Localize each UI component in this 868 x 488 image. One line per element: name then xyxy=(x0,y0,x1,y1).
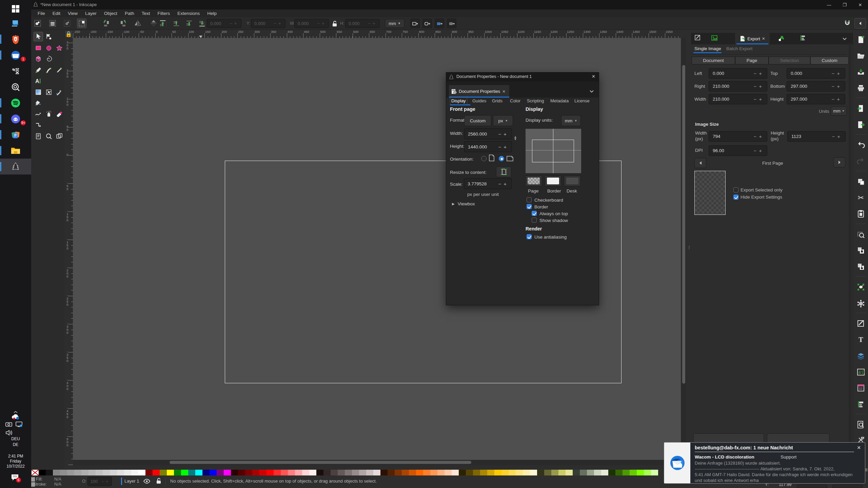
layer-lock-icon[interactable] xyxy=(156,477,161,485)
palette-swatch[interactable] xyxy=(160,470,167,475)
tool-gradient[interactable] xyxy=(34,87,43,97)
height-spinbox[interactable]: 1440.000−+ xyxy=(464,141,512,152)
palette-swatch[interactable] xyxy=(594,470,601,475)
palette-swatch[interactable] xyxy=(523,470,530,475)
taskbar-app-thunderbird[interactable]: 1 xyxy=(0,47,31,63)
wh-swap-icon[interactable]: ▲▼ xyxy=(514,136,517,140)
layer-visibility-icon[interactable] xyxy=(143,478,151,486)
palette-swatch[interactable] xyxy=(551,470,558,475)
cmd-object-unlock-button[interactable] xyxy=(856,262,865,271)
color-button-desk[interactable] xyxy=(564,176,581,186)
snap-toggle-icon[interactable]: % xyxy=(843,19,851,27)
palette-swatch[interactable] xyxy=(32,470,39,475)
cmd-text-dialog-button[interactable]: T xyxy=(856,336,865,344)
palette-swatch[interactable] xyxy=(238,470,245,475)
export-right-field[interactable]: 210.000−+ xyxy=(709,81,767,92)
toolbar-rot-ccw-button[interactable] xyxy=(103,19,111,27)
taskbar-app-discord[interactable]: 9+ xyxy=(0,111,31,127)
taskbar-app-folder[interactable] xyxy=(0,143,31,159)
border-checkbox[interactable] xyxy=(527,204,532,209)
toolbar-rot-cw-button[interactable] xyxy=(119,19,127,27)
tool-node[interactable] xyxy=(44,32,54,41)
palette-swatch[interactable] xyxy=(544,470,551,475)
vertical-ruler[interactable]: 200150100500-50-100-150-200-250-300-350-… xyxy=(64,30,73,465)
tool-zoom-tool[interactable] xyxy=(44,131,54,141)
palette-swatch[interactable] xyxy=(103,470,110,475)
tool-calligraphy[interactable] xyxy=(55,65,64,75)
toolbar-deselect-button[interactable] xyxy=(63,19,71,27)
palette-swatch[interactable] xyxy=(566,470,573,475)
menu-layer[interactable]: Layer xyxy=(81,11,100,16)
menu-object[interactable]: Object xyxy=(100,11,121,16)
palette-swatch[interactable] xyxy=(452,470,459,475)
toolbar-flip-h-button[interactable] xyxy=(134,19,142,27)
menu-view[interactable]: View xyxy=(64,11,81,16)
palette-swatch[interactable] xyxy=(138,470,145,475)
toolbar-units-dropdown[interactable]: mm▼ xyxy=(385,19,405,28)
palette-swatch[interactable] xyxy=(81,470,88,475)
menu-filters[interactable]: Filters xyxy=(154,11,174,16)
palette-swatch[interactable] xyxy=(409,470,416,475)
palette-swatch[interactable] xyxy=(338,470,345,475)
toolbar-h-field[interactable]: 0.000−+ xyxy=(345,19,380,28)
tool-dropper[interactable] xyxy=(55,87,64,97)
palette-swatch[interactable] xyxy=(345,470,352,475)
palette-swatch[interactable] xyxy=(587,470,594,475)
taskbar-app-brave[interactable] xyxy=(0,31,31,47)
tab-fill-stroke-icon[interactable] xyxy=(694,35,701,41)
toolbar-flip-v-button[interactable] xyxy=(150,19,158,27)
palette-swatch[interactable] xyxy=(288,470,295,475)
panel-splitter[interactable]: ⋮ xyxy=(686,30,691,465)
viewbox-expander[interactable]: ▶Viewbox xyxy=(452,201,475,206)
palette-swatch[interactable] xyxy=(117,470,124,475)
palette-swatch[interactable] xyxy=(274,470,281,475)
palette-swatch[interactable] xyxy=(359,470,366,475)
toolbar-scale1-toggle[interactable] xyxy=(410,19,420,28)
palette-swatch[interactable] xyxy=(402,470,409,475)
segment-page[interactable]: Page xyxy=(735,57,769,64)
tool-rect[interactable] xyxy=(34,43,43,53)
dialog-tab-metadata[interactable]: Metadata xyxy=(550,98,569,103)
toolbar-scale4-toggle[interactable] xyxy=(447,19,456,28)
maximize-button[interactable]: ❐ xyxy=(837,0,852,9)
tool-pencil[interactable] xyxy=(34,65,43,75)
checkerboard-checkbox[interactable] xyxy=(527,197,532,202)
orientation-portrait-radio[interactable] xyxy=(481,156,487,161)
taskbar-app-spotify[interactable] xyxy=(0,95,31,111)
layer-name[interactable]: Layer 1 xyxy=(124,479,139,484)
palette-swatch[interactable] xyxy=(281,470,288,475)
toolbar-lock-icon[interactable] xyxy=(331,20,339,28)
tool-spiral[interactable] xyxy=(44,54,54,64)
menu-text[interactable]: Text xyxy=(138,11,154,16)
toolbar-w-field[interactable]: 0.000−+ xyxy=(294,19,329,28)
export-left-field[interactable]: 0.000−+ xyxy=(709,68,767,79)
close-button[interactable]: ✕ xyxy=(852,0,868,9)
dialog-tab-color[interactable]: Color xyxy=(510,98,520,103)
cmd-undo-button[interactable] xyxy=(856,141,865,149)
cmd-doc-import-button[interactable] xyxy=(856,104,865,113)
rotation-field[interactable] xyxy=(832,485,863,488)
palette-swatch[interactable] xyxy=(252,470,259,475)
palette-swatch[interactable] xyxy=(167,470,174,475)
toolbar-scale3-toggle[interactable] xyxy=(435,19,444,28)
palette-swatch[interactable] xyxy=(573,470,580,475)
cmd-folder-open-button[interactable] xyxy=(856,52,865,60)
panel-scrollbar[interactable] xyxy=(849,43,851,467)
dialog-tab-grids[interactable]: Grids xyxy=(492,98,502,103)
tray-expand-icon[interactable] xyxy=(13,409,18,411)
toolbar-raise-top-button[interactable] xyxy=(159,19,167,27)
palette-swatch[interactable] xyxy=(637,470,644,475)
palette-swatch[interactable] xyxy=(316,470,323,475)
cmd-align-button[interactable] xyxy=(856,400,865,409)
palette-swatch[interactable] xyxy=(423,470,430,475)
tool-tweak[interactable] xyxy=(34,109,43,119)
dialog-tab-chevron-icon[interactable] xyxy=(589,89,594,94)
resize-button[interactable] xyxy=(496,166,511,177)
export-selected-checkbox[interactable] xyxy=(733,187,738,192)
segment-selection[interactable]: Selection xyxy=(769,57,810,64)
orientation-landscape-radio[interactable] xyxy=(499,156,504,161)
palette-swatch[interactable] xyxy=(181,470,188,475)
format-units-dropdown[interactable]: px▼ xyxy=(493,115,513,126)
palette-swatch[interactable] xyxy=(309,470,316,475)
tool-eraser[interactable] xyxy=(55,109,64,119)
